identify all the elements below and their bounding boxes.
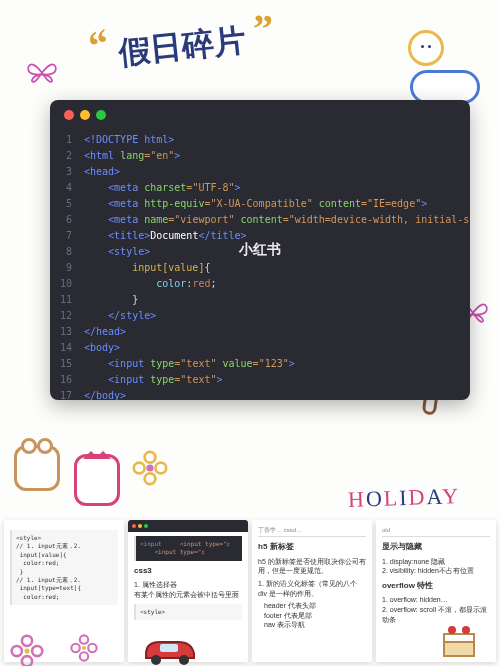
line-number-gutter: 1 2 3 4 5 6 7 8 9 10 11 12 13 14 15 16 1… [50,132,78,400]
card-title: css3 [134,565,242,576]
butterfly-icon [25,60,59,90]
code-snippet: <input <input type="c <input type="c [134,536,242,561]
list-item: footer 代表尾部 [264,611,366,621]
list-item: 1. display:none 隐藏 [382,557,490,567]
header-title: “ 假日碎片 ” [88,11,276,79]
flower-icon [132,450,168,486]
holiday-text: HOLIDAY [347,483,460,513]
card-subtitle: overflow 特性 [382,580,490,591]
list-item: nav 表示导航 [264,620,366,630]
svg-point-0 [145,452,156,463]
bear-icon [14,445,60,491]
list-item: 2. overflow: scroll 不滚，都显示滚动条 [382,605,490,625]
list-item: header 代表头部 [264,601,366,611]
close-dot-icon [64,110,74,120]
card-subtitle: 1. 属性选择器 [134,580,242,590]
thumbnail-row: <style> // 1. input元素，2. input[value]{ c… [0,516,500,666]
svg-point-1 [155,463,166,474]
code-editor-window: 1 2 3 4 5 6 7 8 9 10 11 12 13 14 15 16 1… [50,100,470,400]
quote-left: “ [83,19,115,70]
card-title: h5 新标签 [258,541,366,552]
thumbnail-card[interactable]: <style> // 1. input元素，2. input[value]{ c… [4,520,124,662]
svg-point-2 [145,473,156,484]
tab-strip: old [382,526,490,537]
minimize-dot-icon [80,110,90,120]
code-snippet: <style> // 1. input元素，2. input[value]{ c… [10,530,118,605]
card-text: 1. 新的语义化标签（常见的八个 div 是一样的作用。 [258,579,366,599]
window-controls [64,110,106,120]
code-snippet: <style> [134,604,242,620]
maximize-dot-icon [96,110,106,120]
code-content: <!DOCTYPE html> <html lang="en"> <head> … [84,132,464,400]
thumbnail-card[interactable]: old 显示与隐藏 1. display:none 隐藏 2. visibili… [376,520,496,662]
quote-right: ” [252,5,274,53]
header-text-main: 假日碎片 [117,21,248,70]
svg-point-3 [134,463,145,474]
list-item: 1. overflow: hidden… [382,595,490,605]
tab-strip: 丁香学… cssd… [258,526,366,537]
thumbnail-card[interactable]: 丁香学… cssd… h5 新标签 h5 的新标签是否使用取决你公司有用，但是一… [252,520,372,662]
list-item: 2. visibility: hidden不占有位置 [382,566,490,576]
card-text: h5 的新标签是否使用取决你公司有用，但是一度更规范。 [258,557,366,577]
thumbnail-card[interactable]: <input <input type="c <input type="c css… [128,520,248,662]
card-text: 有某个属性的元素会被中括号里面 [134,590,242,600]
card-title: 显示与隐藏 [382,541,490,552]
cloud-icon [410,70,480,104]
svg-point-4 [146,464,153,471]
sun-icon [408,30,444,66]
cat-icon [74,454,120,506]
